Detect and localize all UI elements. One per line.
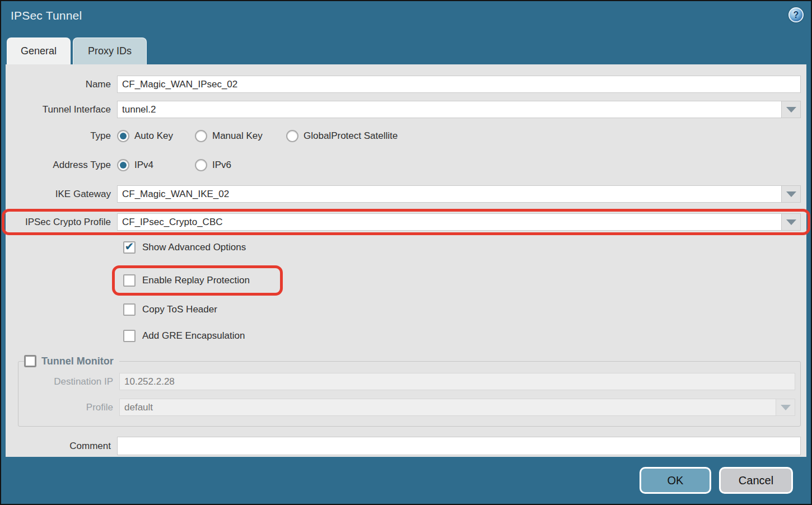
checkbox-show-advanced-options[interactable]: ✔ xyxy=(123,241,136,254)
ipsec-crypto-profile-dropdown-button[interactable] xyxy=(782,213,801,231)
profile-input xyxy=(119,399,776,416)
tab-bar: General Proxy IDs xyxy=(1,38,811,64)
radio-globalprotect-satellite-label: GlobalProtect Satellite xyxy=(304,130,398,142)
radio-manual-key[interactable] xyxy=(195,130,207,142)
enable-replay-protection-label: Enable Replay Protection xyxy=(142,275,250,286)
ike-gateway-input[interactable] xyxy=(117,185,782,203)
show-advanced-options-row: ✔ Show Advanced Options xyxy=(123,240,806,255)
help-icon[interactable]: ? xyxy=(788,7,804,22)
tunnel-monitor-label: Tunnel Monitor xyxy=(41,356,114,367)
ipsec-crypto-profile-input[interactable] xyxy=(117,213,782,231)
radio-ipv6-label: IPv6 xyxy=(212,160,231,171)
radio-option-ipv6: IPv6 xyxy=(195,159,231,171)
ipsec-crypto-profile-label: IPSec Crypto Profile xyxy=(6,217,117,228)
checkbox-add-gre-encapsulation[interactable] xyxy=(123,330,136,342)
dialog-title: IPSec Tunnel xyxy=(11,9,82,22)
address-type-label: Address Type xyxy=(6,160,117,171)
ok-button[interactable]: OK xyxy=(640,467,711,494)
tunnel-interface-row: Tunnel Interface xyxy=(6,101,806,118)
address-type-row: Address Type IPv4 IPv6 xyxy=(6,158,806,172)
chevron-down-icon xyxy=(786,107,796,113)
tunnel-interface-input[interactable] xyxy=(117,101,782,118)
radio-ipv6[interactable] xyxy=(195,159,207,171)
name-input[interactable] xyxy=(117,76,801,93)
copy-tos-header-row: Copy ToS Header xyxy=(123,302,806,317)
radio-option-globalprotect-satellite: GlobalProtect Satellite xyxy=(286,130,398,142)
type-row: Type Auto Key Manual Key GlobalProtect S… xyxy=(6,129,806,143)
profile-row: Profile xyxy=(18,399,800,416)
profile-dropdown-button xyxy=(776,399,795,416)
ipsec-crypto-profile-row: IPSec Crypto Profile xyxy=(6,213,806,231)
dialog-footer: OK Cancel xyxy=(1,457,811,504)
ike-gateway-row: IKE Gateway xyxy=(6,185,806,203)
copy-tos-header-label: Copy ToS Header xyxy=(142,304,217,315)
type-label: Type xyxy=(6,130,117,142)
checkbox-enable-replay-protection[interactable] xyxy=(123,274,136,287)
titlebar: IPSec Tunnel ? xyxy=(1,1,811,30)
checkbox-tunnel-monitor[interactable] xyxy=(24,355,36,367)
tab-proxy-ids[interactable]: Proxy IDs xyxy=(73,38,147,64)
tab-general-label: General xyxy=(21,45,57,57)
radio-auto-key[interactable] xyxy=(117,130,129,142)
comment-input[interactable] xyxy=(117,437,801,455)
name-label: Name xyxy=(6,79,117,90)
radio-option-manual-key: Manual Key xyxy=(195,130,286,142)
chevron-down-icon xyxy=(781,405,791,410)
tunnel-interface-label: Tunnel Interface xyxy=(6,104,117,115)
highlight-ring-crypto-profile: IPSec Crypto Profile xyxy=(2,209,810,235)
add-gre-encapsulation-row: Add GRE Encapsulation xyxy=(123,329,806,343)
checkmark-icon: ✔ xyxy=(125,241,134,252)
radio-selected-dot xyxy=(120,133,127,139)
tunnel-monitor-section: Tunnel Monitor Destination IP Profile xyxy=(18,355,801,427)
help-icon-glyph: ? xyxy=(794,10,799,20)
tunnel-monitor-legend: Tunnel Monitor xyxy=(24,355,119,367)
show-advanced-options-label: Show Advanced Options xyxy=(142,242,246,253)
radio-manual-key-label: Manual Key xyxy=(212,130,263,142)
ike-gateway-dropdown-button[interactable] xyxy=(782,185,801,203)
name-row: Name xyxy=(6,76,806,93)
tab-proxy-ids-label: Proxy IDs xyxy=(88,45,132,57)
destination-ip-label: Destination IP xyxy=(18,376,119,387)
radio-option-ipv4: IPv4 xyxy=(117,159,195,171)
destination-ip-input xyxy=(119,373,795,390)
radio-ipv4-label: IPv4 xyxy=(134,160,153,171)
comment-row: Comment xyxy=(6,437,806,455)
radio-selected-dot xyxy=(120,162,127,169)
general-tab-panel: Name Tunnel Interface Type Auto Key xyxy=(6,64,806,458)
ike-gateway-label: IKE Gateway xyxy=(6,189,117,200)
add-gre-encapsulation-label: Add GRE Encapsulation xyxy=(142,330,245,342)
tab-general[interactable]: General xyxy=(7,38,71,64)
cancel-button[interactable]: Cancel xyxy=(719,467,793,494)
chevron-down-icon xyxy=(786,191,796,197)
radio-auto-key-label: Auto Key xyxy=(134,130,173,142)
enable-replay-protection-row: Enable Replay Protection xyxy=(123,273,280,288)
radio-globalprotect-satellite[interactable] xyxy=(286,130,298,142)
checkbox-copy-tos-header[interactable] xyxy=(123,303,136,316)
radio-option-auto-key: Auto Key xyxy=(117,130,195,142)
destination-ip-row: Destination IP xyxy=(18,373,800,390)
comment-label: Comment xyxy=(6,441,117,452)
radio-ipv4[interactable] xyxy=(117,159,129,171)
chevron-down-icon xyxy=(786,219,796,225)
ipsec-tunnel-dialog: IPSec Tunnel ? General Proxy IDs Name Tu… xyxy=(0,0,812,505)
tunnel-interface-dropdown-button[interactable] xyxy=(782,101,801,118)
profile-label: Profile xyxy=(18,402,119,413)
highlight-ring-replay-protection: Enable Replay Protection xyxy=(112,265,283,296)
